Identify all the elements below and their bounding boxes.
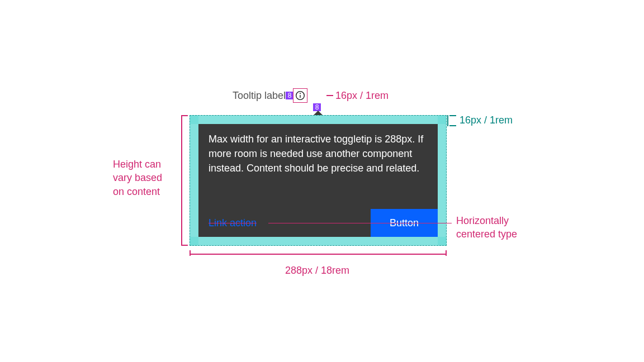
centered-annotation: Horizontally centered type	[456, 214, 517, 241]
toggletip-text: Max width for an interactive toggletip i…	[209, 132, 428, 175]
width-annotation: 288px / 18rem	[285, 264, 349, 277]
icon-size-leader	[326, 95, 333, 96]
link-action[interactable]: Link action	[209, 216, 257, 230]
icon-size-annotation: 16px / 1rem	[335, 89, 389, 102]
toggletip-body: Max width for an interactive toggletip i…	[198, 124, 438, 237]
toggletip-label: Tooltip label	[233, 90, 286, 102]
height-bracket	[181, 115, 182, 246]
svg-point-2	[300, 93, 301, 94]
padding-annotation: 16px / 1rem	[460, 113, 513, 127]
height-annotation: Height can vary based on content	[113, 158, 162, 198]
padding-bracket	[449, 115, 456, 126]
spacing-token-right: 8	[286, 92, 293, 99]
width-bracket	[190, 254, 447, 255]
centered-leader-line	[268, 223, 452, 223]
tooltip-caret-icon	[314, 111, 323, 115]
toggletip-trigger-row: Tooltip label 8	[233, 89, 307, 102]
spacing-token-bottom: 8	[313, 103, 321, 111]
info-icon[interactable]	[293, 89, 307, 102]
